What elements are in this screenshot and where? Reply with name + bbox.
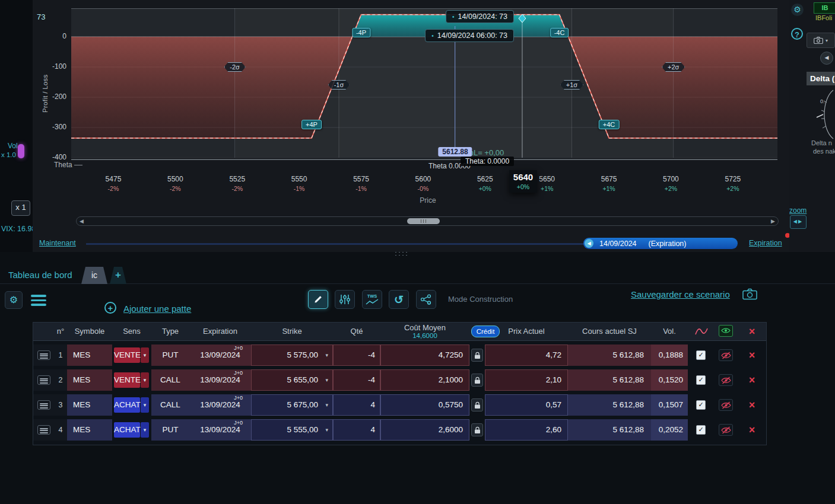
leg-marker[interactable]: +4P xyxy=(301,120,322,129)
drag-handle-icon[interactable] xyxy=(33,369,54,391)
selected-price: 5640 xyxy=(509,170,537,182)
leg-marker[interactable]: +4C xyxy=(599,120,620,129)
sigma-marker: +1σ xyxy=(560,80,583,90)
timeline-date-pill[interactable]: ◀ 14/09/2024 (Expiration) xyxy=(583,238,738,249)
timeline-prev-icon[interactable]: ◀ xyxy=(585,239,593,248)
quantity-input[interactable]: 4 xyxy=(333,394,380,416)
scroll-left-icon[interactable]: ◀ xyxy=(80,218,84,225)
scrollbar-thumb[interactable] xyxy=(407,218,440,224)
drag-handle-icon[interactable] xyxy=(33,394,54,416)
hide-leg-button[interactable] xyxy=(714,344,738,366)
hide-leg-button[interactable] xyxy=(714,369,738,391)
help-icon[interactable]: ? xyxy=(791,28,803,40)
vol-slider-handle[interactable] xyxy=(18,144,24,158)
screenshot-button[interactable]: ▾ xyxy=(807,33,835,48)
include-leg-checkbox[interactable]: ✓ xyxy=(688,369,714,391)
add-leg-link[interactable]: Ajouter une patte xyxy=(123,304,191,314)
zoom-range-button[interactable]: ◀▶ xyxy=(790,215,807,229)
tab-ic[interactable]: ic xyxy=(81,267,107,284)
hide-leg-button[interactable] xyxy=(714,419,738,441)
delete-leg-button[interactable]: × xyxy=(738,369,766,391)
share-button[interactable] xyxy=(416,290,436,309)
table-header-row: n° Symbole Sens Type Expiration Strike Q… xyxy=(33,323,766,341)
quantity-input[interactable]: 4 xyxy=(333,419,380,441)
lock-price-button[interactable] xyxy=(469,394,485,416)
quantity-input[interactable]: -4 xyxy=(333,344,380,366)
x-axis-tick: 5650+1% xyxy=(539,175,555,192)
snapshot-button[interactable] xyxy=(742,288,757,302)
leg-row-2: 2MESVENTE▾CALLJ+013/09/20245 655,00▾-42,… xyxy=(33,369,766,391)
avg-cost-input[interactable]: 2,1000 xyxy=(380,369,469,391)
leg-marker[interactable]: -4P xyxy=(352,28,370,37)
delete-leg-button[interactable]: × xyxy=(738,344,766,366)
underlying-price-cell: 5 612,88 xyxy=(568,369,651,391)
symbol-cell[interactable]: MES xyxy=(67,394,112,416)
delete-leg-button[interactable]: × xyxy=(738,419,766,441)
panel-settings-button[interactable]: ⚙ xyxy=(5,291,23,309)
avg-cost-input[interactable]: 4,7250 xyxy=(380,344,469,366)
strike-dropdown[interactable]: 5 675,00▾ xyxy=(251,394,333,416)
expiration-link[interactable]: Expiration xyxy=(749,239,782,247)
zoom-link[interactable]: zoom xyxy=(789,206,807,215)
pnl-curve-toggle-icon[interactable] xyxy=(689,323,714,340)
gear-icon: ⚙ xyxy=(9,295,18,305)
side-dropdown[interactable]: ACHAT▾ xyxy=(112,419,151,441)
header-vol: Vol. xyxy=(651,323,688,340)
add-leg-icon[interactable]: + xyxy=(104,302,116,314)
add-tab-button[interactable]: + xyxy=(110,267,126,284)
adjust-sliders-button[interactable] xyxy=(335,290,355,309)
hide-leg-button[interactable] xyxy=(714,394,738,416)
drag-handle-icon[interactable] xyxy=(33,419,54,441)
include-leg-checkbox[interactable]: ✓ xyxy=(688,394,714,416)
strike-dropdown[interactable]: 5 655,00▾ xyxy=(251,369,333,391)
x-axis-tick: 5725+2% xyxy=(725,175,741,192)
now-link[interactable]: Maintenant xyxy=(39,239,76,247)
strike-dropdown[interactable]: 5 575,00▾ xyxy=(251,344,333,366)
x-axis-tick: 5575-1% xyxy=(353,175,369,192)
include-leg-checkbox[interactable]: ✓ xyxy=(688,419,714,441)
type-cell[interactable]: PUT xyxy=(151,344,189,366)
side-dropdown[interactable]: VENTE▾ xyxy=(112,369,151,391)
drag-handle-icon[interactable] xyxy=(33,344,54,366)
expiration-cell[interactable]: J+013/09/2024 xyxy=(189,369,251,391)
leg-marker[interactable]: -4C xyxy=(550,28,569,37)
current-price-cell: 2,60 xyxy=(485,419,568,441)
chart-scrollbar[interactable]: ◀ ▶ xyxy=(76,216,779,226)
quantity-input[interactable]: -4 xyxy=(333,369,380,391)
symbol-cell[interactable]: MES xyxy=(67,369,112,391)
tws-chart-button[interactable]: TWS xyxy=(362,290,382,309)
menu-icon[interactable] xyxy=(31,295,46,308)
save-scenario-link[interactable]: Sauvegarder ce scenario xyxy=(631,289,730,299)
lock-price-button[interactable] xyxy=(469,344,485,366)
expiration-cell[interactable]: J+013/09/2024 xyxy=(189,419,251,441)
history-button[interactable]: ↺ xyxy=(389,290,409,309)
credit-badge[interactable]: Crédit xyxy=(471,326,500,337)
include-leg-checkbox[interactable]: ✓ xyxy=(688,344,714,366)
type-cell[interactable]: PUT xyxy=(151,419,189,441)
delete-all-icon[interactable]: × xyxy=(738,323,766,340)
x1-zoom-button[interactable]: x 1 xyxy=(11,200,30,216)
avg-cost-input[interactable]: 2,6000 xyxy=(380,419,469,441)
delta-panel-title: Delta ( xyxy=(807,72,835,85)
lock-price-button[interactable] xyxy=(469,419,485,441)
pnl-chart-plot[interactable]: •14/09/2024: 73 •14/09/2024 06:00: 73 56… xyxy=(71,8,777,158)
symbol-cell[interactable]: MES xyxy=(67,419,112,441)
symbol-cell[interactable]: MES xyxy=(67,344,112,366)
type-cell[interactable]: CALL xyxy=(151,369,189,391)
side-dropdown[interactable]: ACHAT▾ xyxy=(112,394,151,416)
selected-price-box[interactable]: 5640 +0% xyxy=(509,170,537,193)
show-all-legs-button[interactable] xyxy=(714,323,738,340)
strike-dropdown[interactable]: 5 555,00▾ xyxy=(251,419,333,441)
gear-icon[interactable]: ⚙ xyxy=(791,4,804,16)
scroll-right-icon[interactable]: ▶ xyxy=(771,218,775,225)
lock-price-button[interactable] xyxy=(469,369,485,391)
type-cell[interactable]: CALL xyxy=(151,394,189,416)
pen-icon xyxy=(313,295,323,304)
expiration-cell[interactable]: J+013/09/2024 xyxy=(189,394,251,416)
side-dropdown[interactable]: VENTE▾ xyxy=(112,344,151,366)
draw-mode-button[interactable] xyxy=(308,290,328,309)
delete-leg-button[interactable]: × xyxy=(738,394,766,416)
avg-cost-input[interactable]: 0,5750 xyxy=(380,394,469,416)
collapse-panel-icon[interactable]: ◀ xyxy=(820,52,833,65)
expiration-cell[interactable]: J+013/09/2024 xyxy=(189,344,251,366)
